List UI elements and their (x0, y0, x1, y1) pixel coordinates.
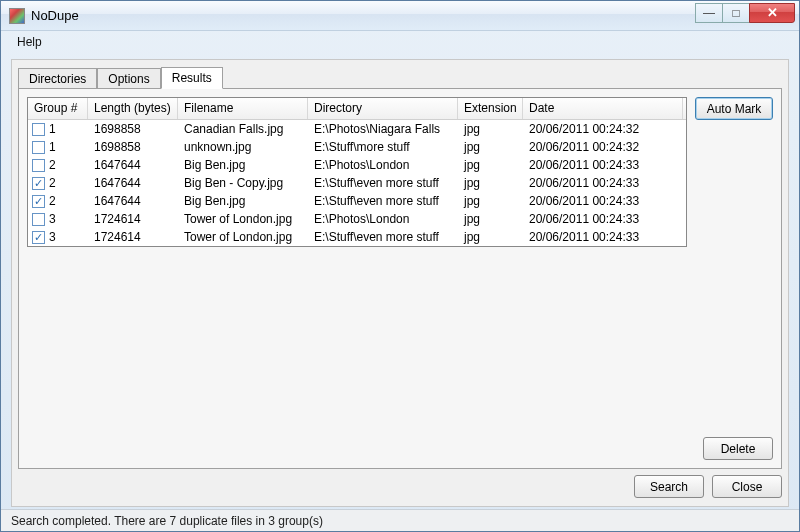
cell-filename: Big Ben.jpg (178, 194, 308, 208)
group-value: 1 (49, 140, 56, 154)
cell-group: 1 (28, 140, 88, 154)
table-header: Group # Length (bytes) Filename Director… (28, 98, 686, 120)
row-checkbox[interactable] (32, 141, 45, 154)
maximize-button[interactable]: □ (722, 3, 750, 23)
cell-filename: Tower of London.jpg (178, 212, 308, 226)
row-checkbox[interactable] (32, 195, 45, 208)
titlebar[interactable]: NoDupe — □ ✕ (1, 1, 799, 31)
cell-group: 3 (28, 230, 88, 244)
cell-date: 20/06/2011 00:24:33 (523, 194, 683, 208)
cell-directory: E:\Photos\Niagara Falls (308, 122, 458, 136)
maximize-icon: □ (732, 6, 739, 20)
cell-extension: jpg (458, 194, 523, 208)
client-area: Directories Options Results Group # Leng… (11, 59, 789, 507)
cell-extension: jpg (458, 230, 523, 244)
cell-extension: jpg (458, 212, 523, 226)
group-value: 2 (49, 158, 56, 172)
cell-date: 20/06/2011 00:24:33 (523, 158, 683, 172)
search-button[interactable]: Search (634, 475, 704, 498)
cell-extension: jpg (458, 158, 523, 172)
minimize-icon: — (703, 6, 715, 20)
cell-length: 1698858 (88, 122, 178, 136)
cell-filename: Big Ben.jpg (178, 158, 308, 172)
tab-results[interactable]: Results (161, 67, 223, 89)
cell-length: 1647644 (88, 194, 178, 208)
cell-filename: Tower of London.jpg (178, 230, 308, 244)
cell-length: 1724614 (88, 230, 178, 244)
tab-strip: Directories Options Results (12, 60, 788, 88)
table-row[interactable]: 21647644Big Ben.jpgE:\Photos\Londonjpg20… (28, 156, 686, 174)
cell-group: 1 (28, 122, 88, 136)
row-checkbox[interactable] (32, 159, 45, 172)
cell-extension: jpg (458, 122, 523, 136)
app-window: NoDupe — □ ✕ Help Directories Options Re… (0, 0, 800, 532)
cell-filename: Big Ben - Copy.jpg (178, 176, 308, 190)
group-value: 1 (49, 122, 56, 136)
group-value: 3 (49, 212, 56, 226)
status-text: Search completed. There are 7 duplicate … (11, 514, 323, 528)
cell-date: 20/06/2011 00:24:33 (523, 230, 683, 244)
close-button[interactable]: Close (712, 475, 782, 498)
group-value: 3 (49, 230, 56, 244)
col-header-directory[interactable]: Directory (308, 98, 458, 119)
cell-filename: Canadian Falls.jpg (178, 122, 308, 136)
table-row[interactable]: 31724614Tower of London.jpgE:\Photos\Lon… (28, 210, 686, 228)
cell-directory: E:\Stuff\even more stuff (308, 230, 458, 244)
cell-length: 1724614 (88, 212, 178, 226)
cell-date: 20/06/2011 00:24:32 (523, 122, 683, 136)
table-row[interactable]: 31724614Tower of London.jpgE:\Stuff\even… (28, 228, 686, 246)
cell-group: 2 (28, 158, 88, 172)
cell-filename: unknown.jpg (178, 140, 308, 154)
minimize-button[interactable]: — (695, 3, 723, 23)
col-header-group[interactable]: Group # (28, 98, 88, 119)
cell-directory: E:\Photos\London (308, 212, 458, 226)
window-title: NoDupe (31, 8, 79, 23)
close-icon: ✕ (767, 5, 778, 20)
cell-length: 1647644 (88, 158, 178, 172)
window-controls: — □ ✕ (696, 3, 795, 23)
results-table[interactable]: Group # Length (bytes) Filename Director… (27, 97, 687, 247)
table-row[interactable]: 11698858unknown.jpgE:\Stuff\more stuffjp… (28, 138, 686, 156)
cell-directory: E:\Stuff\even more stuff (308, 176, 458, 190)
cell-directory: E:\Photos\London (308, 158, 458, 172)
cell-group: 2 (28, 176, 88, 190)
col-header-filename[interactable]: Filename (178, 98, 308, 119)
cell-date: 20/06/2011 00:24:32 (523, 140, 683, 154)
cell-length: 1698858 (88, 140, 178, 154)
tab-options[interactable]: Options (97, 68, 160, 89)
cell-group: 3 (28, 212, 88, 226)
side-button-column: Auto Mark (695, 97, 773, 120)
table-row[interactable]: 21647644Big Ben.jpgE:\Stuff\even more st… (28, 192, 686, 210)
row-checkbox[interactable] (32, 123, 45, 136)
delete-button[interactable]: Delete (703, 437, 773, 460)
menubar: Help (1, 31, 799, 53)
app-icon (9, 8, 25, 24)
group-value: 2 (49, 176, 56, 190)
col-header-date[interactable]: Date (523, 98, 683, 119)
row-checkbox[interactable] (32, 177, 45, 190)
cell-date: 20/06/2011 00:24:33 (523, 176, 683, 190)
cell-extension: jpg (458, 176, 523, 190)
cell-directory: E:\Stuff\more stuff (308, 140, 458, 154)
window-close-button[interactable]: ✕ (749, 3, 795, 23)
cell-directory: E:\Stuff\even more stuff (308, 194, 458, 208)
row-checkbox[interactable] (32, 231, 45, 244)
table-row[interactable]: 21647644Big Ben - Copy.jpgE:\Stuff\even … (28, 174, 686, 192)
table-body: 11698858Canadian Falls.jpgE:\Photos\Niag… (28, 120, 686, 246)
cell-date: 20/06/2011 00:24:33 (523, 212, 683, 226)
tab-directories[interactable]: Directories (18, 68, 97, 89)
results-panel: Group # Length (bytes) Filename Director… (18, 88, 782, 469)
auto-mark-button[interactable]: Auto Mark (695, 97, 773, 120)
cell-extension: jpg (458, 140, 523, 154)
col-header-length[interactable]: Length (bytes) (88, 98, 178, 119)
status-bar: Search completed. There are 7 duplicate … (1, 509, 799, 531)
menu-help[interactable]: Help (11, 33, 48, 51)
row-checkbox[interactable] (32, 213, 45, 226)
cell-length: 1647644 (88, 176, 178, 190)
group-value: 2 (49, 194, 56, 208)
table-row[interactable]: 11698858Canadian Falls.jpgE:\Photos\Niag… (28, 120, 686, 138)
cell-group: 2 (28, 194, 88, 208)
col-header-extension[interactable]: Extension (458, 98, 523, 119)
